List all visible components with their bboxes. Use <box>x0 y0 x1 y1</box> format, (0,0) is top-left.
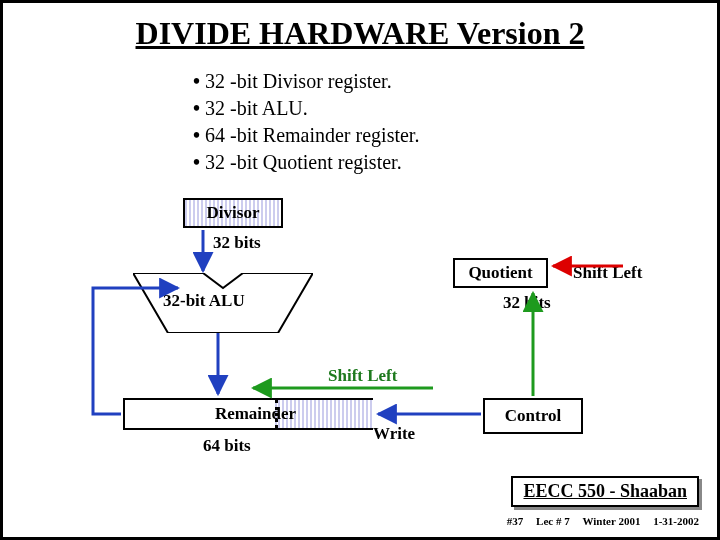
remainder-label: Remainder <box>215 404 296 424</box>
bullet-2: 32 -bit ALU. <box>193 97 717 120</box>
bullet-3: 64 -bit Remainder register. <box>193 124 717 147</box>
divisor-label: Divisor <box>207 203 260 223</box>
bullet-1: 32 -bit Divisor register. <box>193 70 717 93</box>
label-32bits-divisor: 32 bits <box>213 233 261 253</box>
label-64bits: 64 bits <box>203 436 251 456</box>
footer-meta: #37 Lec # 7 Winter 2001 1-31-2002 <box>497 515 699 527</box>
connection-arrows <box>3 198 720 478</box>
footer-slide-num: #37 <box>507 515 524 527</box>
alu-block: 32-bit ALU <box>133 273 313 333</box>
alu-label: 32-bit ALU <box>163 291 245 311</box>
footer-lecture: Lec # 7 <box>536 515 570 527</box>
slide-title: DIVIDE HARDWARE Version 2 <box>3 15 717 52</box>
hardware-diagram: Divisor Quotient 32-bit ALU Remainder Co… <box>3 198 720 478</box>
quotient-label: Quotient <box>468 263 532 283</box>
slide-frame: DIVIDE HARDWARE Version 2 32 -bit Diviso… <box>0 0 720 540</box>
footer-date: 1-31-2002 <box>653 515 699 527</box>
bullet-list: 32 -bit Divisor register. 32 -bit ALU. 6… <box>193 70 717 174</box>
quotient-register: Quotient <box>453 258 548 288</box>
control-block: Control <box>483 398 583 434</box>
divisor-register: Divisor <box>183 198 283 228</box>
label-write: Write <box>373 424 415 444</box>
remainder-register: Remainder <box>123 398 373 430</box>
footer-term: Winter 2001 <box>582 515 640 527</box>
footer-course-box: EECC 550 - Shaaban <box>511 476 699 507</box>
bullet-4: 32 -bit Quotient register. <box>193 151 717 174</box>
label-shiftleft-quotient: Shift Left <box>573 263 642 283</box>
label-shiftleft-remainder: Shift Left <box>328 366 397 386</box>
label-32bits-quotient: 32 bits <box>503 293 551 313</box>
control-label: Control <box>505 406 561 426</box>
